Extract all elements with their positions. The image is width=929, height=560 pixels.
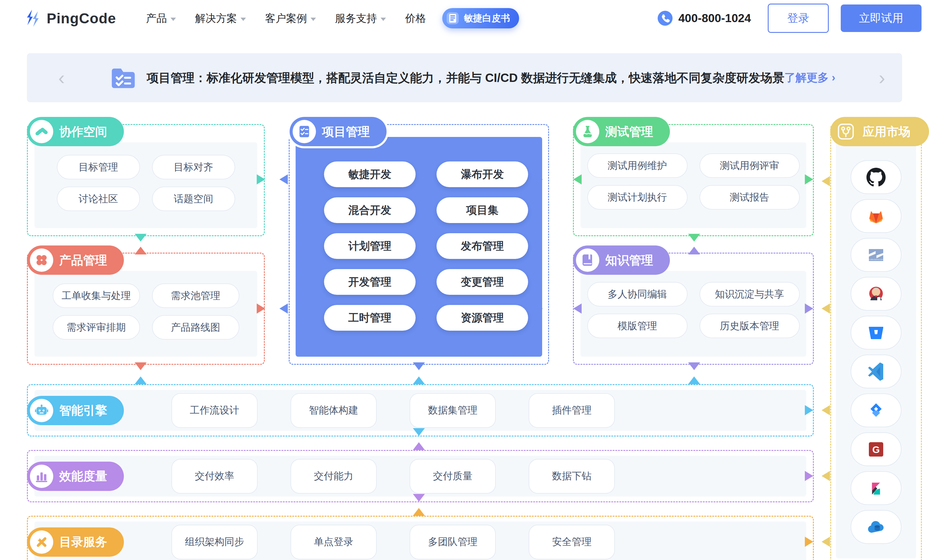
marketplace-apps — [851, 160, 901, 544]
flow-arrow — [413, 428, 425, 436]
feature-chip: 交付质量 — [409, 459, 496, 494]
branch-icon — [835, 121, 857, 142]
handshake-icon — [30, 120, 53, 143]
flow-arrow — [135, 376, 147, 384]
feature-chip: 单点登录 — [291, 525, 377, 559]
section-title: 项目管理 — [322, 124, 370, 140]
feature-chip: 模版管理 — [587, 314, 688, 338]
nav-item-label: 解决方案 — [195, 11, 237, 25]
whitepaper-button[interactable]: 敏捷白皮书 — [442, 8, 519, 28]
feature-chip: 需求评审排期 — [53, 315, 140, 340]
feature-chip: 工时管理 — [324, 305, 415, 330]
app-icon-jenkins — [851, 277, 901, 311]
section-app-marketplace: 应用市场 — [830, 124, 922, 560]
nav-item[interactable]: 客户案例 — [265, 11, 316, 25]
ai-header: 智能引擎 — [27, 396, 124, 425]
brand-logo[interactable]: PingCode — [24, 9, 116, 28]
flow-arrow — [279, 303, 288, 314]
section-collab-space: 协作空间 目标管理目标对齐讨论社区话题空间 — [27, 124, 265, 236]
feature-chip: 智能体构建 — [291, 393, 377, 428]
bitbucket-logo-icon — [866, 323, 886, 342]
tools-icon — [30, 530, 53, 554]
directory-features: 组织架构同步单点登录多团队管理安全管理 — [172, 525, 615, 559]
try-now-button[interactable]: 立即试用 — [841, 5, 921, 32]
feature-chip: 敏捷开发 — [324, 161, 415, 187]
test-features: 测试用例维护测试用例评审测试计划执行测试报告 — [587, 153, 800, 210]
flow-arrow — [257, 303, 265, 314]
nav-item[interactable]: 产品 — [146, 11, 176, 25]
flow-arrow — [413, 376, 425, 384]
flow-arrow — [822, 176, 830, 186]
nav-item-label: 价格 — [405, 11, 426, 25]
whitepaper-label: 敏捷白皮书 — [464, 12, 510, 24]
flow-arrow — [257, 174, 265, 185]
feature-chip: 目标对齐 — [152, 155, 235, 179]
section-title: 测试管理 — [605, 124, 653, 140]
feature-chip: 测试计划执行 — [587, 185, 688, 210]
flow-arrow — [688, 363, 700, 370]
top-navbar: PingCode 产品解决方案客户案例服务支持价格 敏捷白皮书 400-800-… — [0, 0, 929, 37]
carousel-prev-icon[interactable]: ‹ — [58, 68, 64, 87]
carousel-next-icon[interactable]: › — [879, 68, 885, 87]
petals-icon — [30, 248, 53, 272]
feature-chip: 交付效率 — [172, 459, 258, 494]
feature-chip: 变更管理 — [437, 269, 528, 295]
flow-arrow — [135, 247, 147, 254]
robot-icon — [30, 399, 53, 422]
feature-chip: 需求池管理 — [152, 283, 239, 308]
nav-item[interactable]: 解决方案 — [195, 11, 246, 25]
feature-chip: 项目集 — [437, 197, 528, 223]
flow-arrow — [822, 303, 830, 314]
announcement-banner: ‹ 项目管理：标准化研发管理模型，搭配灵活自定义能力，并能与 CI/CD 数据进… — [27, 53, 902, 102]
marketplace-header: 应用市场 — [830, 117, 929, 146]
feature-chip: 话题空间 — [152, 187, 235, 211]
learn-more-link[interactable]: 了解更多 › — [784, 70, 835, 85]
section-knowledge-mgmt: 知识管理 多人协同编辑知识沉淀与共享模版管理历史版本管理 — [573, 252, 814, 365]
section-title: 产品管理 — [59, 252, 107, 268]
feature-chip: 工作流设计 — [172, 393, 258, 428]
section-directory: 目录服务 组织架构同步单点登录多团队管理安全管理 — [27, 516, 814, 560]
nav-item[interactable]: 价格 — [405, 11, 426, 25]
section-title: 应用市场 — [863, 124, 911, 140]
flow-arrow — [688, 247, 700, 254]
flow-arrow — [135, 363, 147, 370]
phone-contact[interactable]: 400-800-1024 — [657, 11, 751, 26]
pingcode-product-page: PingCode 产品解决方案客户案例服务支持价格 敏捷白皮书 400-800-… — [0, 0, 929, 560]
metrics-features: 交付效率交付能力交付质量数据下钻 — [172, 459, 615, 494]
flow-arrow — [805, 174, 813, 185]
bar-chart-icon — [30, 465, 53, 488]
flow-arrow — [413, 508, 425, 516]
feature-chip: 数据集管理 — [409, 393, 496, 428]
metrics-header: 效能度量 — [27, 462, 124, 491]
feature-chip: 知识沉淀与共享 — [699, 282, 800, 306]
collab-header: 协作空间 — [27, 117, 124, 146]
product-features: 工单收集与处理需求池管理需求评审排期产品路线图 — [53, 283, 239, 340]
book-bookmark-icon — [576, 248, 599, 272]
collab-features: 目标管理目标对齐讨论社区话题空间 — [57, 155, 235, 211]
section-title: 效能度量 — [59, 468, 107, 484]
flow-arrow — [688, 376, 700, 384]
clipboard-check-icon — [293, 120, 316, 143]
flow-arrow — [413, 494, 425, 502]
feature-chip: 计划管理 — [324, 233, 415, 259]
section-title: 目录服务 — [59, 534, 107, 550]
feature-chip: 数据下钻 — [529, 459, 615, 494]
feature-chip: 发布管理 — [437, 233, 528, 259]
login-button[interactable]: 登录 — [768, 4, 829, 33]
jenkins-logo-icon — [866, 285, 886, 303]
feature-chip: 目标管理 — [57, 155, 140, 179]
ai-features: 工作流设计智能体构建数据集管理插件管理 — [172, 393, 615, 428]
nav-item[interactable]: 服务支持 — [335, 11, 386, 25]
flow-arrow — [534, 174, 543, 185]
flow-arrow — [135, 234, 147, 242]
app-icon-kibana — [851, 471, 901, 505]
feature-chip: 混合开发 — [324, 197, 415, 223]
banner-text: 项目管理：标准化研发管理模型，搭配灵活自定义能力，并能与 CI/CD 数据进行无… — [147, 70, 784, 86]
chevron-down-icon — [380, 18, 386, 21]
nav-item-label: 产品 — [146, 11, 167, 25]
app-icon-jira — [851, 393, 901, 427]
app-icon-github — [851, 160, 901, 194]
chevron-down-icon — [241, 18, 246, 21]
flow-arrow — [279, 174, 288, 185]
section-title: 知识管理 — [605, 252, 653, 268]
